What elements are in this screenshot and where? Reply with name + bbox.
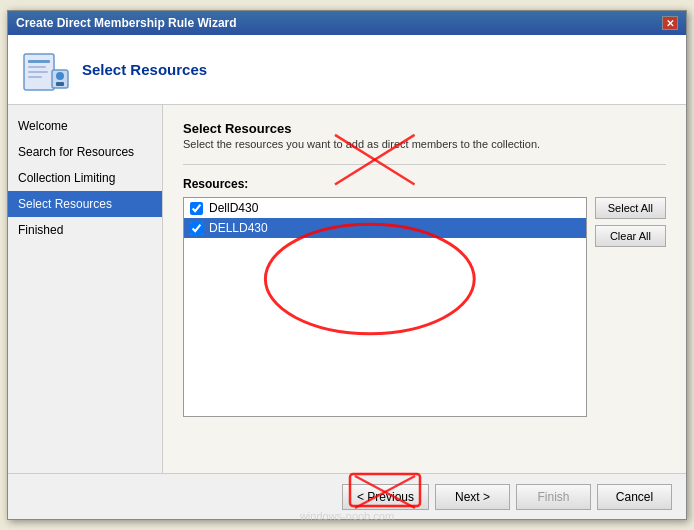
item-1-checkbox[interactable] (190, 202, 203, 215)
main-area: Welcome Search for Resources Collection … (8, 105, 686, 473)
sidebar-item-search[interactable]: Search for Resources (8, 139, 162, 165)
list-item[interactable]: DellD430 (184, 198, 586, 218)
content-area: Select Resources Select the resources yo… (163, 105, 686, 473)
resources-label: Resources: (183, 177, 666, 191)
svg-rect-4 (28, 76, 42, 78)
window-title: Create Direct Membership Rule Wizard (16, 16, 237, 30)
content-subtitle: Select the resources you want to add as … (183, 138, 666, 150)
divider (183, 164, 666, 165)
list-item[interactable]: DELLD430 (184, 218, 586, 238)
wizard-icon (22, 46, 70, 94)
svg-rect-7 (56, 82, 64, 86)
sidebar-item-collection[interactable]: Collection Limiting (8, 165, 162, 191)
item-2-label: DELLD430 (209, 221, 268, 235)
side-buttons: Select All Clear All (595, 197, 666, 457)
sidebar-item-finished[interactable]: Finished (8, 217, 162, 243)
svg-rect-3 (28, 71, 48, 73)
content-title: Select Resources (183, 121, 666, 136)
footer: < Previous Next > Finish Cancel (8, 473, 686, 519)
previous-button[interactable]: < Previous (342, 484, 429, 510)
finish-button: Finish (516, 484, 591, 510)
header-area: Select Resources (8, 35, 686, 105)
sidebar: Welcome Search for Resources Collection … (8, 105, 163, 473)
select-all-button[interactable]: Select All (595, 197, 666, 219)
clear-all-button[interactable]: Clear All (595, 225, 666, 247)
main-window: Create Direct Membership Rule Wizard ✕ S… (7, 10, 687, 520)
svg-rect-2 (28, 66, 46, 68)
sidebar-item-welcome[interactable]: Welcome (8, 113, 162, 139)
title-bar: Create Direct Membership Rule Wizard ✕ (8, 11, 686, 35)
svg-rect-1 (28, 60, 50, 63)
resources-panel: DellD430 DELLD430 Select All Clear All (183, 197, 666, 457)
item-2-checkbox[interactable] (190, 222, 203, 235)
cancel-button[interactable]: Cancel (597, 484, 672, 510)
item-1-label: DellD430 (209, 201, 258, 215)
svg-point-6 (56, 72, 64, 80)
resources-list[interactable]: DellD430 DELLD430 (183, 197, 587, 417)
close-button[interactable]: ✕ (662, 16, 678, 30)
header-title: Select Resources (82, 61, 207, 78)
next-button[interactable]: Next > (435, 484, 510, 510)
sidebar-item-select[interactable]: Select Resources (8, 191, 162, 217)
